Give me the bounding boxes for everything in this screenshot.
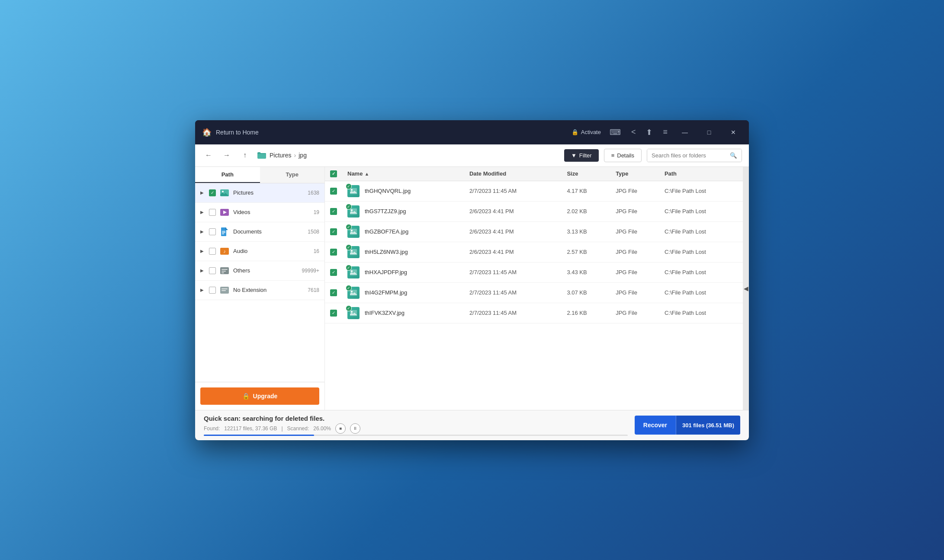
checkbox-documents[interactable] — [209, 228, 216, 235]
expand-icon-audio: ▶ — [200, 249, 205, 253]
row-check-4[interactable]: ✓ — [330, 269, 347, 276]
recover-count-label: 301 files (36.51 MB) — [676, 416, 740, 435]
checkbox-others[interactable] — [209, 267, 216, 274]
sidebar-item-audio[interactable]: ▶ ♪ Audio 16 — [195, 242, 324, 261]
row-path-2: C:\File Path Lost — [665, 228, 738, 235]
expand-icon-videos: ▶ — [200, 210, 205, 214]
keyboard-icon[interactable]: ⌨ — [608, 126, 623, 139]
svg-point-21 — [351, 209, 353, 211]
checkbox-row-6[interactable]: ✓ — [330, 310, 337, 317]
svg-point-2 — [222, 191, 224, 192]
close-button[interactable]: ✕ — [725, 125, 742, 139]
row-size-5: 3.07 KB — [567, 289, 616, 296]
checkbox-no-extension[interactable] — [209, 287, 216, 294]
sidebar-item-pictures[interactable]: ▶ ✓ Pictures 1638 — [195, 183, 324, 203]
sidebar-tabs: Path Type — [195, 167, 324, 183]
activate-button[interactable]: 🔒 Activate — [572, 129, 601, 135]
expand-icon-others: ▶ — [200, 268, 205, 273]
header-path[interactable]: Path — [665, 170, 738, 177]
share-icon[interactable]: < — [629, 126, 638, 138]
file-check-icon-4: ✓ — [346, 265, 352, 271]
checkbox-row-1[interactable]: ✓ — [330, 208, 337, 215]
tab-path[interactable]: Path — [195, 167, 260, 183]
row-type-1: JPG File — [616, 208, 665, 214]
row-check-0[interactable]: ✓ — [330, 188, 347, 195]
expand-icon-pictures: ▶ — [200, 190, 205, 195]
checkbox-row-3[interactable]: ✓ — [330, 249, 337, 256]
filter-label: Filter — [579, 152, 592, 159]
svg-point-25 — [351, 250, 353, 252]
checkbox-pictures[interactable]: ✓ — [209, 189, 216, 196]
row-check-3[interactable]: ✓ — [330, 249, 347, 256]
header-type[interactable]: Type — [616, 170, 665, 177]
header-check[interactable]: ✓ — [330, 170, 347, 177]
sidebar-item-no-extension[interactable]: ▶ No Extension 7618 — [195, 281, 324, 300]
row-size-0: 4.17 KB — [567, 188, 616, 194]
pause-button[interactable]: ⏸ — [350, 423, 360, 434]
expand-icon-documents: ▶ — [200, 229, 205, 234]
svg-rect-12 — [222, 269, 228, 270]
row-check-6[interactable]: ✓ — [330, 310, 347, 317]
row-type-6: JPG File — [616, 310, 665, 316]
stop-button[interactable]: ■ — [335, 423, 346, 434]
up-button[interactable]: ↑ — [238, 149, 251, 162]
row-name-1: ✓ thGS7TZJZ9.jpg — [347, 205, 469, 218]
row-size-1: 2.02 KB — [567, 208, 616, 214]
table-row[interactable]: ✓ ✓ thGZBOF7EA.jpg 2/6/2023 4:41 PM 3.13… — [325, 222, 743, 242]
row-date-5: 2/7/2023 11:45 AM — [469, 289, 567, 296]
maximize-button[interactable]: □ — [700, 125, 718, 139]
filter-button[interactable]: ▼ Filter — [564, 149, 599, 162]
details-label: Details — [617, 152, 634, 159]
row-date-6: 2/7/2023 11:45 AM — [469, 310, 567, 316]
recover-button[interactable]: Recover 301 files (36.51 MB) — [635, 416, 740, 435]
row-name-0: ✓ thGHQNVQRL.jpg — [347, 185, 469, 197]
forward-button[interactable]: → — [220, 149, 233, 162]
header-date[interactable]: Date Modified — [469, 170, 567, 177]
upgrade-button[interactable]: 🔒 Upgrade — [200, 387, 319, 405]
return-home-label[interactable]: Return to Home — [216, 129, 259, 136]
table-row[interactable]: ✓ ✓ thGS7TZJZ9.jpg 2/6/2023 4:41 PM 2.02… — [325, 202, 743, 222]
row-check-5[interactable]: ✓ — [330, 289, 347, 296]
table-row[interactable]: ✓ ✓ thI4G2FMPM.jpg 2/7/2023 11:45 AM 3.0… — [325, 283, 743, 303]
row-type-2: JPG File — [616, 228, 665, 235]
search-input[interactable] — [647, 149, 726, 162]
header-name[interactable]: Name ▲ — [347, 170, 469, 177]
sidebar-item-others[interactable]: ▶ Others 99999+ — [195, 261, 324, 281]
checkbox-row-4[interactable]: ✓ — [330, 269, 337, 276]
table-row[interactable]: ✓ ✓ thHXAJPDFP.jpg 2/7/2023 11:45 AM 3.4… — [325, 262, 743, 283]
audio-icon: ♪ — [219, 246, 230, 256]
row-check-2[interactable]: ✓ — [330, 228, 347, 235]
header-size[interactable]: Size — [567, 170, 616, 177]
details-button[interactable]: ≡ Details — [604, 149, 642, 162]
checkbox-row-5[interactable]: ✓ — [330, 289, 337, 296]
right-handle[interactable]: ◀ — [743, 167, 749, 410]
file-icon-0: ✓ — [347, 185, 360, 197]
table-row[interactable]: ✓ ✓ thH5LZ6NW3.jpg 2/6/2023 4:41 PM 2.57… — [325, 242, 743, 262]
tab-type[interactable]: Type — [260, 167, 325, 183]
checkbox-row-2[interactable]: ✓ — [330, 228, 337, 235]
table-row[interactable]: ✓ ✓ thGHQNVQRL.jpg 2/7/2023 11:45 AM 4.1… — [325, 181, 743, 202]
breadcrumb-subfolder[interactable]: jpg — [299, 152, 307, 159]
checkbox-row-0[interactable]: ✓ — [330, 188, 337, 195]
search-button[interactable]: 🔍 — [726, 149, 742, 162]
checkbox-audio[interactable] — [209, 248, 216, 255]
sidebar-item-documents[interactable]: ▶ Documents 1508 — [195, 222, 324, 242]
breadcrumb-folder[interactable]: Pictures — [270, 152, 292, 159]
table-row[interactable]: ✓ ✓ thIFVK3ZXV.jpg 2/7/2023 11:45 AM 2.1… — [325, 303, 743, 323]
file-icon-1: ✓ — [347, 205, 360, 218]
minimize-button[interactable]: — — [676, 125, 694, 139]
row-path-3: C:\File Path Lost — [665, 249, 738, 255]
sidebar-item-videos[interactable]: ▶ Videos 19 — [195, 203, 324, 222]
row-check-1[interactable]: ✓ — [330, 208, 347, 215]
sidebar-count-videos: 19 — [314, 209, 319, 215]
export-icon[interactable]: ⬆ — [644, 126, 654, 139]
select-all-checkbox[interactable]: ✓ — [330, 170, 337, 177]
expand-icon-no-extension: ▶ — [200, 288, 205, 292]
back-button[interactable]: ← — [202, 149, 215, 162]
file-icon-5: ✓ — [347, 287, 360, 299]
menu-icon[interactable]: ≡ — [661, 126, 669, 138]
checkbox-videos[interactable] — [209, 209, 216, 216]
progress-bar-wrap — [204, 435, 628, 436]
row-filename-4: thHXAJPDFP.jpg — [365, 269, 407, 275]
file-icon-4: ✓ — [347, 266, 360, 278]
